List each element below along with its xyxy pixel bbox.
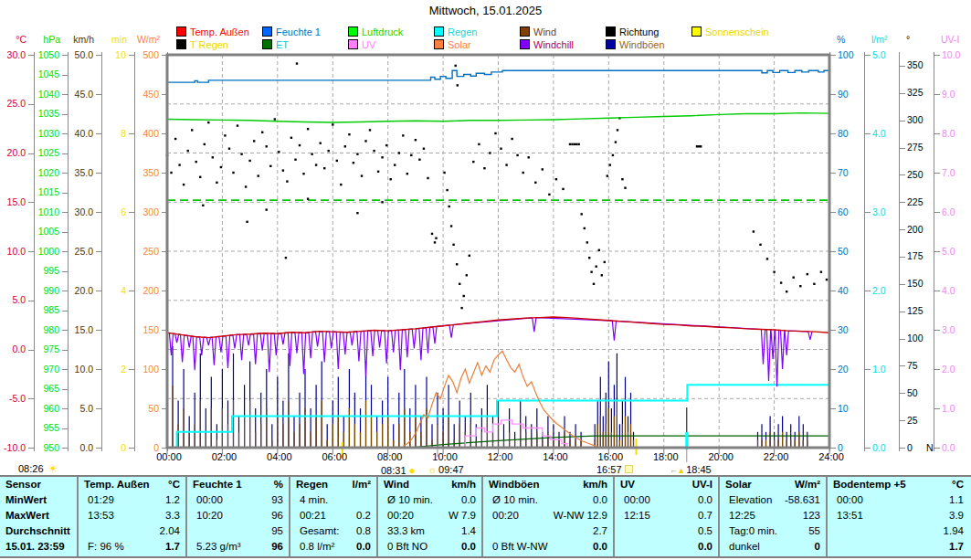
table-cell-row: 12:150.7 bbox=[615, 508, 718, 523]
axis-tick bbox=[62, 271, 68, 272]
table-column-header: UVUV-I bbox=[615, 477, 718, 492]
axis-tick-label: 250 bbox=[134, 246, 159, 257]
axis-tick bbox=[900, 202, 905, 203]
cell-info: Tag:0 min. bbox=[720, 523, 777, 539]
axis-unit-%: % bbox=[837, 34, 845, 45]
axis-tick-label: 50 bbox=[134, 403, 159, 414]
plot-canvas[interactable] bbox=[167, 55, 829, 466]
axis-tick-label: 225 bbox=[907, 196, 924, 207]
column-unit: l/m² bbox=[353, 477, 376, 492]
legend-swatch-icon bbox=[606, 39, 616, 49]
cell-value: 2.04 bbox=[160, 523, 185, 539]
series-richtung-point bbox=[224, 134, 226, 136]
axis-tick bbox=[934, 212, 940, 213]
cell-value: W-NW 12.9 bbox=[554, 508, 613, 523]
cell-info: 00:21 bbox=[290, 508, 326, 523]
series-richtung-point bbox=[571, 143, 573, 145]
table-cell-row: 00:20W-NW 12.9 bbox=[483, 508, 613, 523]
series-richtung-point bbox=[435, 238, 437, 239]
legend-item-uv: UV bbox=[348, 39, 375, 50]
sun-marker: ⌐▲18:45 bbox=[671, 464, 712, 475]
axis-tick-label: 2.0 bbox=[942, 364, 955, 375]
legend-item-regen: Regen bbox=[434, 26, 477, 37]
legend-label: Luftdruck bbox=[362, 26, 403, 37]
table-row-label-column: SensorMinWertMaxWertDurchschnitt15.01. 2… bbox=[0, 477, 77, 556]
cell-info bbox=[615, 523, 624, 539]
chart-plot-area[interactable] bbox=[167, 55, 829, 448]
column-name: UV bbox=[615, 477, 635, 492]
series-richtung-point bbox=[593, 283, 595, 285]
axis-tick bbox=[830, 212, 836, 213]
column-name: Wind bbox=[378, 477, 409, 492]
series-richtung-point bbox=[500, 148, 501, 150]
legend-item-solar: Solar bbox=[434, 39, 471, 50]
cell-value: 0.0 bbox=[698, 539, 718, 555]
axis-unit-kmh: km/h bbox=[68, 34, 94, 45]
table-column-feuchte-1: Feuchte 1%00:009310:2096955.23 g/m³96 bbox=[185, 477, 289, 556]
table-column-header: Bodentemp +5°C bbox=[828, 477, 969, 492]
series-richtung-point bbox=[446, 189, 448, 191]
axis-tick-label: 15.0 bbox=[68, 324, 93, 335]
axis-tick-label: 975 bbox=[34, 343, 59, 354]
column-unit: °C bbox=[952, 477, 969, 492]
axis-tick-label: 9.0 bbox=[942, 89, 955, 100]
x-axis-label: 24:00 bbox=[811, 451, 851, 462]
series-richtung-point bbox=[455, 65, 457, 67]
axis-tick-label: 275 bbox=[907, 142, 924, 153]
table-row-label: Durchschnitt bbox=[0, 523, 77, 539]
cell-info: dunkel bbox=[720, 539, 760, 555]
table-cell-row: 00:20W 7.9 bbox=[378, 508, 481, 523]
legend-label: UV bbox=[362, 39, 375, 50]
axis-tick-label: 980 bbox=[34, 324, 59, 335]
series-richtung-point bbox=[463, 295, 465, 297]
x-axis-label: 00:00 bbox=[149, 451, 189, 462]
axis-tick bbox=[28, 301, 34, 301]
table-cell-row: 00:000.0 bbox=[615, 492, 718, 508]
table-cell-row: 33.3 km1.4 bbox=[378, 523, 481, 539]
series-richtung-point bbox=[282, 169, 284, 171]
series-richtung-point bbox=[261, 132, 263, 133]
series-richtung-point bbox=[248, 160, 250, 162]
legend-swatch-icon bbox=[520, 39, 530, 49]
axis-compass-label: N bbox=[926, 442, 934, 453]
series-richtung-point bbox=[202, 205, 204, 206]
cell-info: 0.8 l/m² bbox=[290, 539, 334, 555]
axis-tick-label: 3.0 bbox=[872, 206, 886, 217]
table-column-header: Regenl/m² bbox=[290, 477, 376, 492]
legend-swatch-icon bbox=[176, 39, 186, 49]
series-richtung-point bbox=[228, 148, 230, 150]
axis-tick-label: 350 bbox=[134, 167, 159, 178]
axis-tick-label: 1050 bbox=[34, 49, 59, 60]
legend-item-sonnenschein: Sonnenschein bbox=[691, 26, 769, 37]
axis-tick-label: 1005 bbox=[34, 226, 59, 237]
axis-tick-label: 325 bbox=[907, 87, 924, 98]
series-richtung-point bbox=[220, 166, 222, 168]
axis-tick bbox=[830, 448, 836, 449]
series-richtung-point bbox=[696, 145, 698, 147]
axis-tick-label: 90 bbox=[838, 89, 849, 100]
table-row-label: MinWert bbox=[0, 492, 77, 508]
axis-tick-label: 1020 bbox=[34, 167, 59, 178]
series-richtung-point bbox=[216, 182, 217, 184]
axis-tick-label: 0 bbox=[101, 442, 126, 453]
axis-tick bbox=[96, 173, 101, 174]
legend-swatch-icon bbox=[434, 26, 444, 37]
series-richtung-point bbox=[307, 198, 309, 200]
axis-tick-label: 70 bbox=[838, 167, 849, 178]
cell-info: 4 min. bbox=[290, 492, 328, 508]
series-richtung-point bbox=[799, 285, 801, 287]
cell-value: 0.8 bbox=[356, 523, 376, 539]
cell-info: 0 Bft W-NW bbox=[483, 539, 547, 555]
column-unit: km/h bbox=[583, 477, 613, 492]
series-richtung-point bbox=[427, 177, 428, 179]
axis-tick-label: 7.0 bbox=[942, 167, 955, 178]
table-cell-row: Ø 10 min.0.0 bbox=[378, 492, 481, 508]
series-richtung-point bbox=[348, 133, 350, 135]
series-richtung-point bbox=[364, 140, 366, 142]
series-richtung-point bbox=[483, 167, 485, 169]
series-richtung-point bbox=[299, 144, 301, 146]
axis-tick-label: 30 bbox=[838, 324, 849, 335]
axis-tick-label: 50 bbox=[838, 246, 849, 257]
series-richtung-point bbox=[780, 281, 782, 283]
series-richtung-point bbox=[793, 277, 795, 279]
